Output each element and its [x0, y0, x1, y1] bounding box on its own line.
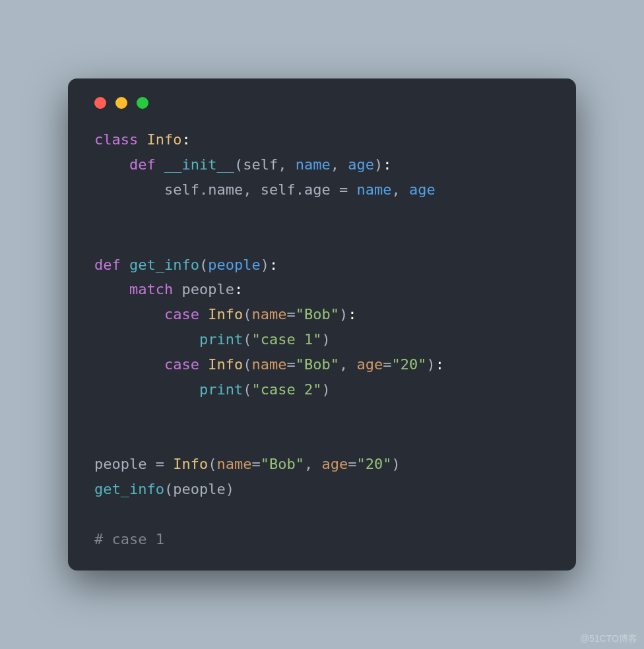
paren: ) — [321, 331, 330, 348]
eq: = — [383, 356, 391, 373]
maximize-icon — [137, 97, 148, 109]
attr-age: age — [304, 181, 331, 198]
paren: ) — [321, 381, 330, 398]
indent — [94, 156, 129, 173]
colon: : — [348, 306, 356, 323]
colon: : — [435, 356, 444, 373]
paren: ) — [261, 257, 269, 273]
kwarg-name: name — [251, 356, 286, 373]
eq: = — [286, 306, 295, 323]
indent — [94, 281, 129, 297]
func-print: print — [199, 331, 243, 348]
indent — [94, 381, 199, 398]
paren: ) — [339, 306, 348, 323]
kwarg-age: age — [321, 456, 348, 472]
str-bob: "Bob" — [261, 456, 304, 472]
kwarg-name: name — [216, 456, 251, 472]
paren: ( — [164, 481, 173, 497]
comma: , — [304, 456, 322, 472]
eq: = — [251, 456, 260, 472]
eq: = — [348, 456, 356, 472]
indent — [94, 306, 164, 323]
str-bob: "Bob" — [296, 356, 339, 373]
paren: ( — [243, 356, 251, 373]
match-arg: people — [181, 281, 234, 297]
paren: ( — [234, 156, 243, 173]
comma: , — [339, 356, 357, 373]
param-age: age — [348, 156, 374, 173]
kw-case: case — [164, 306, 199, 323]
stage: class Info: def __init__(self, name, age… — [0, 0, 644, 649]
param-self: self — [243, 156, 278, 173]
indent — [94, 181, 164, 198]
attr-name: name — [208, 181, 243, 198]
paren: ) — [391, 456, 400, 472]
indent — [94, 356, 164, 373]
class-info: Info — [208, 306, 243, 323]
comma: , — [243, 181, 261, 198]
kw-def: def — [94, 257, 121, 273]
str-20: "20" — [391, 356, 426, 373]
call-getinfo: get_info — [94, 481, 164, 497]
str-bob: "Bob" — [296, 306, 339, 323]
traffic-lights — [94, 97, 550, 109]
str-case2: "case 2" — [251, 381, 321, 398]
func-getinfo: get_info — [129, 257, 199, 273]
comment: # case 1 — [94, 531, 164, 547]
self: self — [164, 181, 199, 198]
kw-case: case — [164, 356, 199, 373]
var-people: people — [94, 456, 146, 472]
class-info: Info — [173, 456, 208, 472]
indent — [94, 331, 199, 348]
class-name: Info — [146, 131, 181, 148]
kwarg-age: age — [356, 356, 383, 373]
func-init: __init__ — [164, 156, 234, 173]
paren: ( — [199, 257, 208, 273]
paren: ) — [226, 481, 234, 497]
close-icon — [94, 97, 106, 109]
arg-people: people — [173, 481, 225, 497]
comma: , — [278, 156, 296, 173]
kw-class: class — [94, 131, 138, 148]
paren: ( — [243, 381, 251, 398]
code-block: class Info: def __init__(self, name, age… — [94, 127, 550, 551]
kwarg-name: name — [251, 306, 286, 323]
func-print: print — [199, 381, 243, 398]
dot: . — [199, 181, 208, 198]
code-window: class Info: def __init__(self, name, age… — [68, 78, 576, 570]
comma: , — [331, 156, 348, 173]
str-20: "20" — [356, 456, 391, 472]
paren: ( — [243, 331, 251, 348]
class-info: Info — [208, 356, 243, 373]
eq: = — [286, 356, 295, 373]
watermark: @51CTO博客 — [580, 633, 637, 645]
minimize-icon — [115, 97, 127, 109]
paren: ( — [243, 306, 251, 323]
paren: ( — [208, 456, 216, 472]
paren: ) — [374, 156, 383, 173]
kw-def: def — [129, 156, 156, 173]
self: self — [261, 181, 296, 198]
paren: ) — [426, 356, 435, 373]
eq: = — [146, 456, 173, 472]
str-case1: "case 1" — [251, 331, 321, 348]
colon: : — [269, 257, 278, 273]
kw-match: match — [129, 281, 173, 297]
comma: , — [391, 181, 409, 198]
param-people: people — [208, 257, 260, 273]
val-name: name — [356, 181, 391, 198]
val-age: age — [409, 181, 435, 198]
colon: : — [383, 156, 391, 173]
colon: : — [181, 131, 190, 148]
eq: = — [331, 181, 357, 198]
dot: . — [296, 181, 304, 198]
colon: : — [234, 281, 243, 297]
param-name: name — [296, 156, 331, 173]
